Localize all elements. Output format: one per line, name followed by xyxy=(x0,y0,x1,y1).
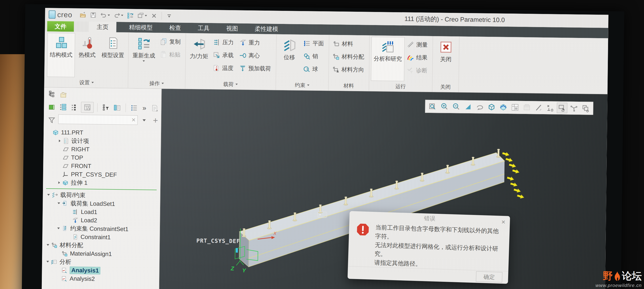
repaint-icon[interactable] xyxy=(463,102,473,112)
tree-item-约束集 ConstraintSet1[interactable]: 约束集 ConstraintSet1 xyxy=(44,224,160,234)
ribbon-group-label[interactable]: 关闭 xyxy=(434,81,457,92)
ribbon-button-material[interactable]: 材料 xyxy=(331,37,368,50)
tree-item-RIGHT[interactable]: RIGHT xyxy=(45,145,161,154)
ribbon-button-centrifugal[interactable]: 离心 xyxy=(238,49,274,62)
more-chevrons[interactable]: » xyxy=(140,104,148,112)
tree-item-Load2[interactable]: Load2 xyxy=(44,216,160,225)
ribbon-group-label[interactable]: 约束 xyxy=(278,80,327,91)
ok-button[interactable]: 确定 xyxy=(476,271,502,283)
group-dropdown-icon[interactable] xyxy=(236,83,238,85)
section-icon[interactable] xyxy=(498,102,508,113)
search-dropdown-icon[interactable] xyxy=(139,116,149,125)
add-filter-icon[interactable]: + xyxy=(150,116,160,125)
tab-home[interactable]: 主页 xyxy=(89,21,117,32)
new-window-icon[interactable] xyxy=(136,11,148,20)
show-settings-icon[interactable] xyxy=(47,102,57,112)
ribbon-group-label[interactable]: 设置 xyxy=(47,77,126,88)
ribbon-button-force[interactable]: 力/力矩 xyxy=(187,34,211,79)
tree-item-载荷/约束[interactable]: 载荷/约束 xyxy=(44,191,160,200)
model-tree-icon[interactable] xyxy=(47,89,57,99)
ribbon-button-planar[interactable]: 平面 xyxy=(302,37,327,50)
clear-search-icon[interactable]: × xyxy=(132,116,136,124)
open-folder-icon[interactable] xyxy=(78,10,88,19)
ribbon-group-label[interactable]: 材料 xyxy=(330,80,367,91)
tab-refine-model[interactable]: 精细模型 xyxy=(122,22,160,33)
tab-inspect[interactable]: 检查 xyxy=(162,22,188,33)
tree-item-MaterialAssign1[interactable]: MaterialAssign1 xyxy=(44,249,159,259)
group-dropdown-icon[interactable] xyxy=(307,84,310,86)
close-window-icon[interactable] xyxy=(149,11,159,20)
regenerate-quick-icon[interactable] xyxy=(126,11,135,20)
dropdown-arrow-icon[interactable] xyxy=(143,60,145,62)
redo-icon[interactable] xyxy=(112,11,124,20)
ribbon-button-close-red[interactable]: 关闭 xyxy=(434,37,457,82)
collapse-all-icon[interactable] xyxy=(70,102,79,112)
ribbon-button-paste[interactable]: 粘贴 xyxy=(158,48,184,61)
settings-doc-icon[interactable] xyxy=(150,103,160,113)
tab-flexible-modeling[interactable]: 柔性建模 xyxy=(248,23,285,34)
display-style-icon[interactable] xyxy=(486,102,497,112)
tree-item-111.PRT[interactable]: 111.PRT xyxy=(45,128,161,138)
collapse-arrow-icon[interactable] xyxy=(45,244,51,246)
ribbon-button-thermal-mode[interactable]: 热模式 xyxy=(76,33,98,77)
ribbon-button-temperature[interactable]: 温度 xyxy=(211,61,237,74)
tree-item-FRONT[interactable]: FRONT xyxy=(44,161,160,171)
expand-arrow-icon[interactable] xyxy=(56,181,62,184)
group-dropdown-icon[interactable] xyxy=(162,83,164,84)
datum-display-icon[interactable] xyxy=(533,102,544,113)
ribbon-button-structure-mode[interactable]: 结构模式 xyxy=(47,33,75,77)
ribbon-button-copy[interactable]: 复制 xyxy=(158,35,184,48)
customize-toolbar-icon[interactable] xyxy=(164,12,174,20)
ribbon-button-preload[interactable]: 预加载荷 xyxy=(237,62,274,75)
tree-style-icon[interactable] xyxy=(112,103,122,113)
tree-item-设计项[interactable]: 设计项 xyxy=(45,136,161,146)
folders-icon[interactable] xyxy=(58,90,68,100)
ribbon-button-model-setup[interactable]: 模型设置 xyxy=(99,33,126,78)
saved-orientations-icon[interactable] xyxy=(510,102,520,113)
tab-tools[interactable]: 工具 xyxy=(191,23,216,33)
ribbon-button-results[interactable]: 结果 xyxy=(405,51,431,64)
ribbon-button-bearing[interactable]: 承载 xyxy=(211,48,237,62)
tree-item-拉伸 1[interactable]: 拉伸 1 xyxy=(44,178,160,188)
ribbon-button-material-orient[interactable]: 材料方向 xyxy=(330,63,367,76)
dialog-close-icon[interactable]: × xyxy=(501,218,506,226)
expand-all-icon[interactable] xyxy=(58,102,68,112)
spin-icon[interactable] xyxy=(474,102,485,112)
show-hide-icon[interactable] xyxy=(557,103,567,113)
tree-item-PRT_CSYS_DEF[interactable]: PRT_CSYS_DEF xyxy=(44,170,160,180)
undo-icon[interactable] xyxy=(99,11,111,20)
collapse-arrow-icon[interactable] xyxy=(46,194,52,196)
expand-arrow-icon[interactable] xyxy=(57,139,62,142)
ribbon-group-label[interactable]: 操作 xyxy=(130,78,183,89)
filter-funnel-icon[interactable] xyxy=(47,115,56,125)
tree-item-Constraint1[interactable]: Constraint1 xyxy=(44,232,160,242)
tree-item-载荷集 LoadSet1[interactable]: 载荷集 LoadSet1 xyxy=(44,199,160,209)
ribbon-button-diagnostics[interactable]: 诊断 xyxy=(405,64,430,77)
graphics-viewport[interactable]: PRT_CSYS_DEFXZY 错误 × xyxy=(158,89,608,289)
zoom-out-icon[interactable] xyxy=(451,101,462,112)
tab-view[interactable]: 视图 xyxy=(219,23,245,34)
component-display-icon[interactable] xyxy=(580,103,591,114)
ribbon-button-regenerate[interactable]: 重新生成 xyxy=(130,34,158,78)
list-view-icon[interactable] xyxy=(129,103,139,113)
ribbon-button-ball[interactable]: 球 xyxy=(301,62,327,76)
ribbon-group-label[interactable]: 载荷 xyxy=(187,79,274,90)
tree-item-分析[interactable]: 分析 xyxy=(44,257,159,267)
ribbon-button-analyses[interactable]: 分析和研究 xyxy=(371,37,404,81)
collapse-arrow-icon[interactable] xyxy=(56,227,62,229)
ribbon-button-measure[interactable]: 测量 xyxy=(406,38,431,51)
tree-item-材料分配[interactable]: 材料分配 xyxy=(44,241,160,250)
tree-columns-icon[interactable] xyxy=(81,102,94,113)
dropdown-arrow-icon[interactable] xyxy=(108,14,110,16)
spin-center-icon[interactable] xyxy=(568,103,579,113)
dropdown-arrow-icon[interactable] xyxy=(145,15,147,16)
ribbon-button-pressure[interactable]: 压力 xyxy=(212,36,237,49)
tab-file[interactable]: 文件 xyxy=(47,21,74,32)
ribbon-button-pin[interactable]: 销 xyxy=(302,50,327,63)
tree-item-Load1[interactable]: Load1 xyxy=(44,207,160,217)
tree-filters-icon[interactable] xyxy=(101,103,111,112)
ribbon-button-gravity[interactable]: 重力 xyxy=(238,36,275,49)
dropdown-arrow-icon[interactable] xyxy=(121,15,124,16)
tree-item-Analysis2[interactable]: Analysis2 xyxy=(43,274,159,284)
ribbon-button-displacement[interactable]: 位移 xyxy=(278,36,301,80)
